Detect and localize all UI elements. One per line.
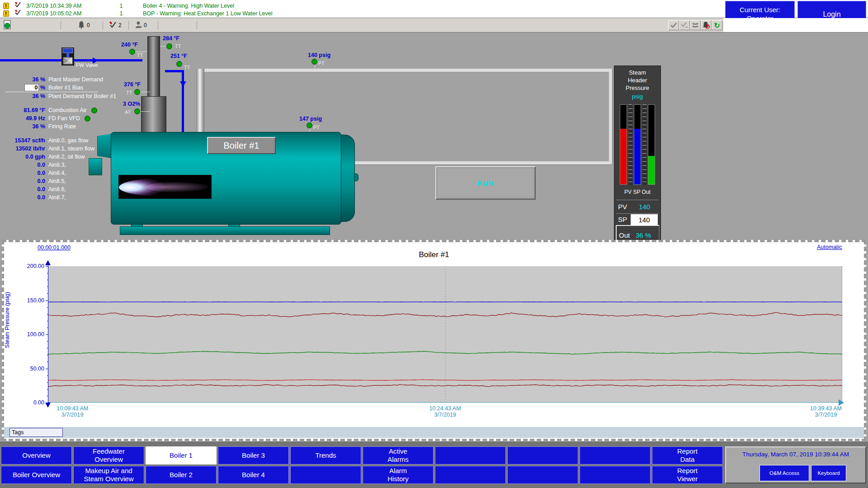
nav-button-makeup-air-and-steam-overview[interactable]: Makeup Air andSteam Overview bbox=[73, 466, 144, 484]
datetime-text: Thursday, March 07, 2019 10:39:44 AM bbox=[726, 451, 865, 458]
alarm-row[interactable]: !3/7/2019 10:05:02 AM1BOP - Warning: Hea… bbox=[0, 9, 723, 17]
fw-valve-label: FW Valve bbox=[76, 62, 98, 68]
process-value-label: Firing Rate bbox=[45, 123, 76, 130]
alarm-banner: !3/7/2019 10:34:39 AM1Boiler 4 - Warning… bbox=[0, 0, 868, 18]
nav-button-active-alarms[interactable]: ActiveAlarms bbox=[363, 446, 434, 465]
warning-icon: ! bbox=[3, 3, 9, 9]
flow-arrow-down bbox=[180, 81, 186, 87]
out-bar-gauge bbox=[648, 104, 655, 185]
tags-input[interactable]: Tags bbox=[9, 428, 63, 437]
x-tick-label: 10:39:43 AM3/7/2019 bbox=[810, 405, 842, 418]
process-value: 15347 scf/h bbox=[5, 137, 45, 144]
pv-label: PV bbox=[618, 203, 627, 211]
om-access-button[interactable]: O&M Access bbox=[760, 465, 809, 481]
nav-button-trends[interactable]: Trends bbox=[290, 446, 361, 465]
fw-valve-icon[interactable] bbox=[61, 47, 75, 66]
nav-button-boiler-1[interactable]: Boiler 1 bbox=[146, 446, 217, 465]
process-value: 36 % bbox=[5, 76, 45, 83]
nav-button-blank[interactable] bbox=[580, 466, 651, 484]
nav-button-alarm-history[interactable]: AlarmHistory bbox=[363, 466, 434, 484]
alarm-timestamp: 3/7/2019 10:34:39 AM bbox=[24, 3, 99, 9]
process-value: 81.69 °F bbox=[5, 107, 45, 113]
trend-interval-link[interactable]: 00:00:01.000 bbox=[38, 244, 71, 251]
refresh-icon[interactable]: ↻ bbox=[712, 20, 722, 30]
sensor-value: 147 psig bbox=[299, 116, 322, 122]
nav-button-feedwater-overview[interactable]: FeedwaterOverview bbox=[73, 446, 144, 465]
alarm-list-button[interactable] bbox=[690, 20, 701, 30]
nav-footer: OverviewFeedwaterOverviewBoiler 1Boiler … bbox=[0, 441, 868, 488]
page-status-icon bbox=[4, 20, 12, 30]
pv-value: 140 bbox=[639, 203, 650, 211]
status-dot bbox=[91, 108, 97, 113]
sensor-dot bbox=[311, 59, 317, 65]
stack-collar bbox=[141, 96, 166, 132]
ack-alarms-icon bbox=[108, 21, 118, 28]
nav-button-blank[interactable] bbox=[290, 466, 361, 484]
gauge-scale bbox=[642, 104, 646, 185]
silence-alarm-icon[interactable] bbox=[701, 20, 712, 30]
nav-button-blank[interactable] bbox=[507, 446, 578, 465]
process-value-row: 36 %Plant Demand for Boiler #1 bbox=[5, 92, 116, 100]
process-value-label: Ain8.3, bbox=[45, 162, 66, 168]
process-value-row: 0.0Ain8.5, bbox=[5, 177, 116, 185]
warning-icon: ! bbox=[3, 10, 9, 17]
toolbar-right-spacer bbox=[723, 18, 868, 33]
ack-page-button[interactable] bbox=[679, 20, 690, 30]
operator-count: 0 bbox=[144, 22, 147, 28]
steam-header-pressure-panel: Steam Header Pressure psig PV SP Out PV … bbox=[614, 66, 661, 265]
nav-button-blank[interactable] bbox=[580, 446, 651, 465]
status-dot bbox=[85, 116, 90, 122]
sensor-value: 251 °F bbox=[170, 53, 187, 59]
sensor-dot bbox=[134, 108, 140, 114]
tag-bar: Tags bbox=[4, 427, 864, 438]
process-value-label: Combustion Air bbox=[45, 107, 87, 113]
process-mimic: FW Valve 240 °F TT 284 °F TT 251 °F TT 3… bbox=[0, 33, 868, 239]
nav-button-boiler-4[interactable]: Boiler 4 bbox=[218, 466, 289, 484]
nav-button-overview[interactable]: Overview bbox=[1, 446, 72, 465]
bell-icon bbox=[78, 21, 85, 29]
alarm-row[interactable]: !3/7/2019 10:34:39 AM1Boiler 4 - Warning… bbox=[0, 2, 723, 9]
ack-count: 2 bbox=[118, 22, 122, 28]
process-value-row: 0.0Ain8.7, bbox=[5, 193, 116, 202]
nav-button-blank[interactable] bbox=[507, 466, 578, 484]
y-tick-label: 200.00 bbox=[27, 263, 44, 269]
process-value-label: Plant Demand for Boiler #1 bbox=[45, 93, 116, 99]
nav-button-boiler-2[interactable]: Boiler 2 bbox=[146, 466, 217, 484]
process-value-label: Ain8.0, gas flow bbox=[45, 137, 88, 144]
panel-unit: psig bbox=[614, 93, 660, 100]
process-value-row: 0.0Ain8.6, bbox=[5, 185, 116, 193]
process-value-label: Boiler #1 Bias bbox=[45, 84, 83, 91]
trend-plot[interactable]: 200.00150.00100.0050.000.00 10:09:43 AM3… bbox=[48, 266, 842, 403]
burner-flame-window bbox=[118, 175, 212, 199]
process-value: 0 % bbox=[5, 84, 45, 91]
nav-button-report-viewer[interactable]: ReportViewer bbox=[652, 466, 723, 484]
process-value-label: Ain8.5, bbox=[45, 178, 66, 184]
sensor-value: 3 O2% bbox=[123, 101, 140, 107]
process-value-row: 81.69 °FCombustion Air bbox=[5, 106, 116, 114]
toolbar: 0 2 0 bbox=[0, 18, 723, 33]
alarm-count: 1 bbox=[99, 10, 143, 17]
sp-input[interactable] bbox=[631, 214, 658, 225]
bell-count: 0 bbox=[87, 22, 90, 28]
nav-button-report-data[interactable]: ReportData bbox=[652, 446, 723, 465]
sensor-value: 376 °F bbox=[124, 81, 141, 88]
ack-button[interactable] bbox=[668, 20, 679, 30]
sensor-dot bbox=[129, 49, 135, 55]
nav-button-boiler-overview[interactable]: Boiler Overview bbox=[1, 466, 72, 484]
process-value: 0.0 gph bbox=[5, 154, 45, 160]
process-value-row: 0 %Boiler #1 Bias bbox=[5, 84, 116, 92]
keyboard-button[interactable]: Keyboard bbox=[811, 465, 846, 481]
process-value: 36 % bbox=[5, 93, 45, 99]
y-axis-arrow-up bbox=[45, 260, 51, 265]
y-tick-label: 100.00 bbox=[27, 331, 44, 338]
sensor-dot bbox=[166, 43, 172, 49]
sensor-dot bbox=[307, 122, 312, 128]
run-button[interactable]: RUN bbox=[435, 166, 536, 200]
nav-button-boiler-3[interactable]: Boiler 3 bbox=[218, 446, 289, 465]
boiler1-bias-input[interactable]: 0 bbox=[25, 84, 38, 91]
trend-mode-link[interactable]: Automatic bbox=[817, 244, 842, 250]
nav-button-blank[interactable] bbox=[435, 446, 506, 465]
nav-button-blank[interactable] bbox=[435, 466, 506, 484]
trend-window: 00:00:01.000 Automatic Boiler #1 Steam P… bbox=[2, 240, 866, 441]
boiler-name-plate: Boiler #1 bbox=[207, 137, 276, 154]
